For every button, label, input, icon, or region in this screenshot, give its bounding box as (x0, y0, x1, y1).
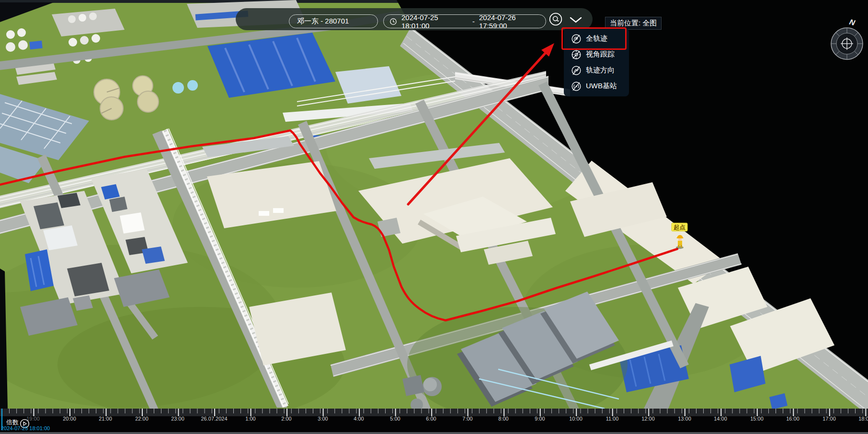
time-range-separator: - (472, 17, 475, 25)
time-range-picker[interactable]: 2024-07-25 18:01:00 - 2024-07-26 17:59:0… (383, 14, 546, 28)
full-trajectory-icon (571, 34, 582, 44)
timeline-label: 2:00 (281, 416, 291, 422)
timeline-label: 21:00 (99, 416, 112, 422)
timeline-label: 13:00 (678, 416, 691, 422)
timeline-label: 1:00 (245, 416, 255, 422)
compass-icon (829, 26, 865, 61)
timeline-label: 6:00 (426, 416, 436, 422)
timeline-label: 18:00 (858, 416, 868, 422)
person-selector[interactable]: 邓一东 - 280701 (289, 14, 378, 28)
start-marker-label: 起点 (674, 224, 685, 231)
menu-item-view-tracking[interactable]: 视角跟踪 (564, 47, 629, 62)
clock-icon (389, 18, 397, 25)
compass-control[interactable] (829, 26, 865, 61)
timeline-label: 16:00 (786, 416, 799, 422)
timeline-label: 14:00 (714, 416, 727, 422)
timeline-label: 22:00 (135, 416, 148, 422)
chevron-down-icon (570, 17, 582, 23)
timeline-label: 11:00 (606, 416, 619, 422)
timeline-label: 10:00 (569, 416, 582, 422)
trajectory-direction-icon (571, 65, 582, 76)
timeline-label: 26.07.2024 (201, 416, 227, 422)
menu-item-label: 轨迹方向 (586, 66, 615, 75)
top-toolbar: 邓一东 - 280701 2024-07-25 18:01:00 - 2024-… (236, 8, 593, 30)
timeline-bar[interactable]: 19:00 20:00 21:00 22:00 23:00 26.07.2024… (0, 409, 868, 432)
menu-item-label: 全轨迹 (586, 34, 607, 43)
timeline-label: 7:00 (462, 416, 472, 422)
trajectory-menu-toggle[interactable] (570, 17, 583, 24)
menu-item-trajectory-direction[interactable]: 轨迹方向 (564, 62, 629, 78)
bottom-edge-strip (0, 432, 868, 434)
timeline-label: 9:00 (535, 416, 545, 422)
current-location-text: 当前位置: 全图 (610, 19, 657, 27)
timeline-label: 8:00 (498, 416, 508, 422)
menu-item-uwb-station[interactable]: UWB基站 (564, 78, 629, 94)
timeline-label: 4:00 (354, 416, 364, 422)
current-location-status: 当前位置: 全图 (605, 17, 662, 30)
uwb-station-icon (571, 81, 582, 92)
menu-item-label: 视角跟踪 (586, 50, 615, 59)
menu-item-full-trajectory[interactable]: 全轨迹 (564, 31, 629, 47)
timeline-label: 15:00 (750, 416, 764, 422)
timeline-label: 3:00 (318, 416, 328, 422)
map-3d-viewport[interactable]: 起点 (0, 0, 868, 434)
locate-target-button[interactable] (548, 12, 563, 26)
menu-item-label: UWB基站 (586, 82, 617, 91)
trajectory-menu: 全轨迹 视角跟踪 (564, 28, 629, 96)
timeline-label: 12:00 (641, 416, 655, 422)
time-range-start: 2024-07-25 18:01:00 (401, 13, 468, 30)
current-playback-time: 2024-07-25 18:01:00 (1, 425, 50, 431)
app-screen: 起点 邓一东 - 280701 2024-07-25 18:01:00 - 20… (0, 0, 868, 434)
timeline-label: 20:00 (63, 416, 76, 422)
timeline-ticks[interactable] (0, 409, 868, 416)
time-range-end: 2024-07-26 17:59:00 (479, 13, 546, 30)
timeline-label: 17:00 (822, 416, 836, 422)
person-selector-value: 邓一东 - 280701 (297, 17, 349, 26)
view-tracking-icon (571, 49, 582, 60)
timeline-label: 5:00 (390, 416, 400, 422)
locate-target-icon (548, 12, 563, 26)
map-3d-scene: 起点 (0, 0, 868, 434)
timeline-label: 23:00 (171, 416, 184, 422)
